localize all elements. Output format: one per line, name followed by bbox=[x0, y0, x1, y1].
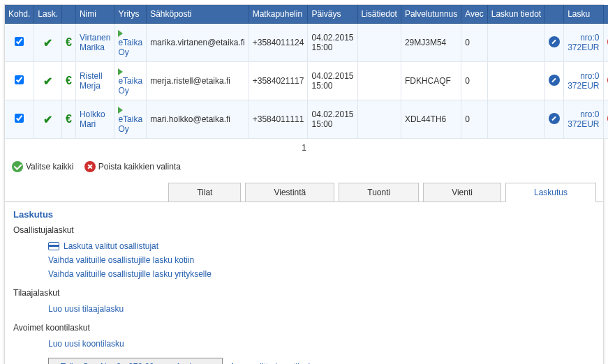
pager-page[interactable]: 1 bbox=[302, 143, 306, 153]
col-kohd: Kohd. bbox=[5, 5, 34, 24]
row-avec: 0 bbox=[461, 24, 487, 62]
row-date: 04.02.2015 15:00 bbox=[308, 24, 357, 62]
select-all-link[interactable]: Valitse kaikki bbox=[12, 161, 73, 172]
row-avec: 0 bbox=[461, 100, 487, 139]
row-email: marika.virtanen@etaika.fi bbox=[147, 24, 249, 62]
deselect-all-label: Poista kaikkien valinta bbox=[98, 162, 181, 172]
close-circle-icon bbox=[84, 161, 96, 172]
tab-laskutus[interactable]: Laskutus bbox=[505, 183, 596, 202]
row-invoice[interactable]: nro:0372EUR bbox=[564, 62, 603, 100]
col-currency bbox=[62, 5, 76, 24]
row-date: 04.02.2015 15:00 bbox=[308, 100, 357, 139]
laskuta-valitut-link[interactable]: Laskuta valitut osallistujat bbox=[48, 239, 595, 253]
col-matkapuhelin: Matkapuhelin bbox=[249, 5, 308, 24]
select-all-label: Valitse kaikki bbox=[26, 162, 73, 172]
col-yritys: Yritys bbox=[114, 5, 147, 24]
luo-tilaajalasku-link[interactable]: Luo uusi tilaajalasku bbox=[48, 302, 595, 316]
row-email: mari.holkko@etaika.fi bbox=[147, 100, 249, 139]
row-phone: +3584011124 bbox=[249, 24, 308, 62]
section-title: Laskutus bbox=[13, 209, 595, 220]
avoimet-koontilaskut-label: Avoimet koontilaskut bbox=[13, 323, 595, 333]
row-checkbox[interactable] bbox=[15, 75, 24, 84]
checkmark-icon: ✔ bbox=[43, 37, 52, 49]
row-phone: +3584011111 bbox=[249, 100, 308, 139]
col-avec: Avec bbox=[461, 5, 487, 24]
row-company[interactable]: eTaika Oy bbox=[118, 76, 142, 96]
row-phone: +3584021117 bbox=[249, 62, 308, 100]
col-palvelutunnus: Palvelutunnus bbox=[401, 5, 461, 24]
vaihda-kotiin-label: Vaihda valituille osallistujille lasku k… bbox=[48, 255, 194, 265]
row-avec: 0 bbox=[461, 62, 487, 100]
vaihda-kotiin-link[interactable]: Vaihda valituille osallistujille lasku k… bbox=[48, 253, 595, 267]
row-info bbox=[357, 100, 401, 139]
row-name[interactable]: Ristell Merja bbox=[80, 71, 103, 91]
row-checkbox[interactable] bbox=[15, 114, 24, 123]
pager: 1 bbox=[5, 139, 603, 157]
main-panel: Kohd. Lask. Nimi Yritys Sähköposti Matka… bbox=[4, 4, 604, 364]
play-icon bbox=[118, 30, 123, 37]
card-icon bbox=[48, 242, 59, 250]
row-info bbox=[357, 24, 401, 62]
osallistujalaskut-label: Osallistujalaskut bbox=[13, 225, 595, 235]
osallistujalaskut-actions: Laskuta valitut osallistujat Vaihda vali… bbox=[48, 239, 595, 281]
table-row: ✔€Ristell MerjaeTaika Oymerja.ristell@et… bbox=[5, 62, 608, 100]
edit-icon[interactable] bbox=[549, 113, 560, 124]
euro-icon: € bbox=[66, 75, 72, 86]
deselect-all-link[interactable]: Poista kaikkien valinta bbox=[84, 161, 181, 172]
col-edit bbox=[545, 5, 564, 24]
tabs: Tilat Viestintä Tuonti Vienti Laskutus bbox=[5, 179, 603, 202]
col-nimi: Nimi bbox=[75, 5, 114, 24]
participants-table: Kohd. Lask. Nimi Yritys Sähköposti Matka… bbox=[5, 5, 608, 139]
koontilasku-select[interactable]: eTaika Oy - Nro:0 - 372.00 eur - Avoin bbox=[48, 358, 223, 364]
tab-tilat[interactable]: Tilat bbox=[168, 183, 241, 202]
check-circle-icon bbox=[12, 161, 23, 172]
table-header-row: Kohd. Lask. Nimi Yritys Sähköposti Matka… bbox=[5, 5, 608, 24]
tilaajalaskut-actions: Luo uusi tilaajalasku bbox=[48, 302, 595, 316]
tab-vienti[interactable]: Vienti bbox=[423, 183, 501, 202]
edit-icon[interactable] bbox=[549, 75, 560, 86]
row-checkbox[interactable] bbox=[15, 37, 24, 46]
checkmark-icon: ✔ bbox=[43, 114, 52, 126]
row-invoice-details bbox=[487, 62, 544, 100]
row-company[interactable]: eTaika Oy bbox=[118, 38, 142, 57]
vaihda-yritykselle-link[interactable]: Vaihda valituille osallistujille lasku y… bbox=[48, 267, 595, 281]
luo-koontilasku-link[interactable]: Luo uusi koontilasku bbox=[48, 337, 595, 351]
row-invoice-details bbox=[487, 24, 544, 62]
tilaajalaskut-label: Tilaajalaskut bbox=[13, 288, 595, 298]
row-email: merja.ristell@etaika.fi bbox=[147, 62, 249, 100]
row-service-code: XDL44TH6 bbox=[401, 100, 461, 139]
row-info bbox=[357, 62, 401, 100]
selection-row: Valitse kaikki Poista kaikkien valinta bbox=[5, 157, 603, 179]
table-row: ✔€Holkko MarieTaika Oymari.holkko@etaika… bbox=[5, 100, 608, 139]
row-name[interactable]: Virtanen Marika bbox=[80, 33, 110, 52]
euro-icon: € bbox=[66, 36, 72, 48]
row-date: 04.02.2015 15:00 bbox=[308, 62, 357, 100]
tab-tuonti[interactable]: Tuonti bbox=[339, 183, 419, 202]
col-lask: Lask. bbox=[34, 5, 62, 24]
play-icon bbox=[118, 68, 123, 75]
col-lisatiedot: Lisätiedot bbox=[357, 5, 401, 24]
col-sahkoposti: Sähköposti bbox=[147, 5, 249, 24]
checkmark-icon: ✔ bbox=[43, 75, 52, 87]
col-delete bbox=[603, 5, 608, 24]
col-lasku: Lasku bbox=[564, 5, 603, 24]
luo-koontilasku-label: Luo uusi koontilasku bbox=[48, 339, 124, 349]
row-name[interactable]: Holkko Mari bbox=[80, 109, 105, 129]
row-service-code: FDKHCAQF bbox=[401, 62, 461, 100]
row-invoice[interactable]: nro:0372EUR bbox=[564, 100, 603, 139]
luo-tilaajalasku-label: Luo uusi tilaajalasku bbox=[48, 304, 124, 314]
col-laskun-tiedot: Laskun tiedot bbox=[487, 5, 544, 24]
euro-icon: € bbox=[66, 113, 72, 125]
row-company[interactable]: eTaika Oy bbox=[118, 114, 142, 134]
row-service-code: 29MJ3M54 bbox=[401, 24, 461, 62]
row-invoice[interactable]: nro:0372EUR bbox=[564, 24, 603, 62]
play-icon bbox=[118, 107, 123, 114]
table-row: ✔€Virtanen MarikaeTaika Oymarika.virtane… bbox=[5, 24, 608, 62]
col-paivays: Päiväys bbox=[308, 5, 357, 24]
edit-icon[interactable] bbox=[549, 36, 560, 47]
tab-viestinta[interactable]: Viestintä bbox=[245, 183, 334, 202]
row-invoice-details bbox=[487, 100, 544, 139]
vaihda-yritykselle-label: Vaihda valituille osallistujille lasku y… bbox=[48, 269, 212, 279]
laskuta-valitut-label: Laskuta valitut osallistujat bbox=[64, 241, 158, 251]
koontilasku-select-row: eTaika Oy - Nro:0 - 372.00 eur - Avoin A… bbox=[48, 358, 595, 364]
